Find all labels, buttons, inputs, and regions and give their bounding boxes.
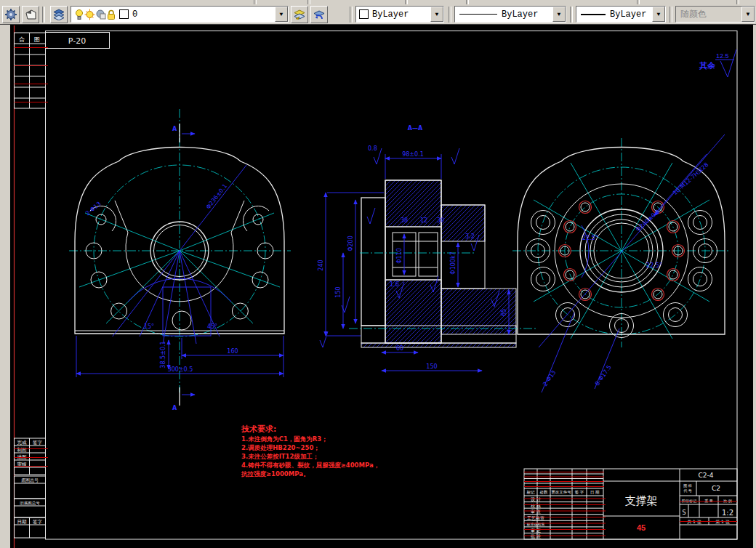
plot-style-value: 随颜色 <box>680 8 707 20</box>
linetype-combo[interactable]: ByLayer ▼ <box>454 6 566 23</box>
color-combo[interactable]: ByLayer ▼ <box>355 6 444 23</box>
freeze-sun-icon[interactable] <box>84 9 95 20</box>
layer-states-button[interactable] <box>291 6 308 23</box>
toolbar-separator <box>570 7 573 23</box>
current-color-swatch <box>359 9 369 19</box>
color-value: ByLayer <box>372 9 409 20</box>
plot-style-combo: 随颜色 ▼ <box>675 6 755 23</box>
layers-properties-toolbar: 0 ▼ ByLayer ▼ ByLayer ▼ <box>0 4 756 25</box>
plot-style-dropdown-arrow: ▼ <box>741 7 755 22</box>
lineweight-value: ByLayer <box>610 9 646 20</box>
lightbulb-icon[interactable] <box>74 9 84 20</box>
layer-name-value: 0 <box>132 9 137 20</box>
make-object-layer-current-button[interactable] <box>22 6 39 23</box>
linetype-sample <box>459 14 497 15</box>
lineweight-sample <box>581 14 606 15</box>
layer-combo[interactable]: 0 ▼ <box>71 6 289 23</box>
linetype-combo-dropdown-arrow[interactable]: ▼ <box>552 7 566 22</box>
linetype-value: ByLayer <box>502 9 538 20</box>
sheet-arrow-icon <box>25 9 36 20</box>
layer-states-icon <box>294 9 305 20</box>
gear-icon <box>5 9 17 20</box>
layer-color-swatch <box>119 9 129 19</box>
layer-previous-button[interactable] <box>310 6 328 23</box>
layer-previous-icon <box>313 9 325 20</box>
cad-application-window: 0 ▼ ByLayer ▼ ByLayer ▼ <box>0 0 756 548</box>
color-combo-dropdown-arrow[interactable]: ▼ <box>430 7 443 22</box>
layers-icon <box>53 9 65 20</box>
layer-properties-manager-button[interactable] <box>50 6 68 23</box>
layer-combo-dropdown-arrow[interactable]: ▼ <box>275 7 288 22</box>
workspace-gear-button[interactable] <box>2 6 20 23</box>
toolbar-separator <box>449 7 451 23</box>
lineweight-combo-dropdown-arrow[interactable]: ▼ <box>652 7 665 22</box>
toolbar-separator <box>42 7 45 23</box>
lock-icon[interactable] <box>106 9 116 20</box>
viewport-freeze-icon[interactable] <box>95 9 106 20</box>
model-space-canvas[interactable] <box>10 25 753 548</box>
toolbar-separator <box>669 7 672 23</box>
toolbar-separator <box>350 7 353 23</box>
lineweight-combo[interactable]: ByLayer ▼ <box>576 6 666 23</box>
